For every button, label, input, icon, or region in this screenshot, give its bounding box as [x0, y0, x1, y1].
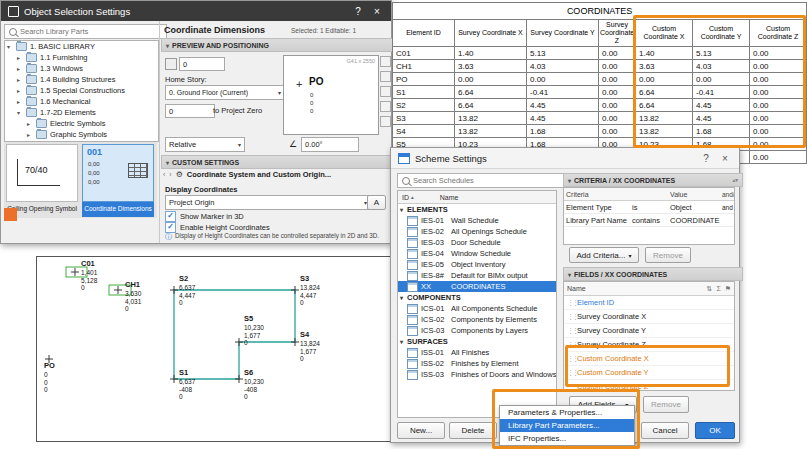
- field-row[interactable]: ⋮⋮ Survey Coordinate Y: [564, 324, 734, 338]
- expander-icon[interactable]: ▾: [17, 109, 23, 116]
- text-style-button[interactable]: A: [367, 195, 386, 210]
- preview-toolbar[interactable]: [380, 56, 391, 131]
- schedule-list-item[interactable]: ICS-01 All Components Schedule: [398, 303, 556, 314]
- close-button[interactable]: ×: [370, 6, 384, 17]
- thumbnail-ceiling-opening-symbol[interactable]: 70/40 Ceiling Opening Symbol: [6, 144, 78, 217]
- schedule-list-item[interactable]: XX COORDINATES: [398, 281, 556, 292]
- schedule-search-input[interactable]: [413, 176, 560, 185]
- remove-criteria-button[interactable]: Remove: [645, 247, 691, 263]
- preview-pane[interactable]: G41 x 2550 + PO 0 0 0: [283, 55, 379, 135]
- library-tree-item[interactable]: ▸ 1.3 Windows: [5, 63, 158, 74]
- expander-icon[interactable]: ▸: [17, 65, 23, 72]
- column-header[interactable]: Survey Coordinate X: [455, 20, 527, 47]
- panel-options-icons[interactable]: ▴▾: [732, 177, 738, 183]
- schedule-list-item[interactable]: IES-05 Object Inventory: [398, 259, 556, 270]
- schedule-list-header[interactable]: ID ▴ Name: [398, 191, 556, 204]
- criteria-row[interactable]: Element Type is Object and: [564, 201, 734, 214]
- menu-item[interactable]: Library Part Parameters...: [500, 419, 634, 432]
- section-fields[interactable]: ▾ FIELDS / XX COORDINATES: [563, 267, 743, 281]
- field-row[interactable]: ⋮⋮ Survey Coordinate X: [564, 310, 734, 324]
- table-row[interactable]: PO0.000.00 0.000.000.00 0.00: [393, 73, 807, 86]
- expander-icon[interactable]: ▸: [27, 120, 33, 127]
- schedule-search[interactable]: [397, 173, 565, 188]
- library-tree-item[interactable]: ▸ Graphic Symbols: [5, 129, 158, 140]
- field-row[interactable]: ⋮⋮ Survey Coordinate Z: [564, 338, 734, 352]
- floor-plan-view[interactable]: C01 1,401 5,128 0 CH1 3,630 4,031 0 S2 6…: [36, 256, 392, 442]
- field-row[interactable]: ⋮⋮ Custom Coordinate X: [564, 352, 734, 366]
- field-row[interactable]: ⋮⋮ Custom Coordinate Y: [564, 366, 734, 380]
- angle-field[interactable]: 0.00°: [301, 137, 359, 152]
- library-search-input[interactable]: [20, 27, 162, 36]
- table-row[interactable]: S413.821.68 0.0013.821.68 0.00: [393, 125, 807, 138]
- show-marker-3d-checkbox[interactable]: ✓ Show Marker in 3D: [165, 211, 244, 222]
- schedule-list-item[interactable]: ▾ COMPONENTS: [398, 292, 556, 303]
- column-header[interactable]: Custom Coordinate Y: [693, 20, 750, 47]
- schedule-list-item[interactable]: ICS-02 Components by Elements: [398, 314, 556, 325]
- home-story-select[interactable]: 0. Ground Floor (Current) ▾: [165, 85, 285, 100]
- preview-tool-icon[interactable]: [380, 116, 391, 127]
- help-button[interactable]: ?: [699, 153, 713, 164]
- cancel-button[interactable]: Cancel: [641, 422, 689, 439]
- delete-button[interactable]: Delete: [449, 422, 497, 439]
- section-criteria[interactable]: ▾ CRITERIA / XX COORDINATES ▴▾: [563, 173, 743, 187]
- drag-handle-icon[interactable]: ⋮⋮: [567, 369, 577, 377]
- expander-icon[interactable]: ▸: [17, 98, 23, 105]
- schedule-list-item[interactable]: ISS-02 Finishes by Element: [398, 358, 556, 369]
- expander-icon[interactable]: ▾: [400, 338, 407, 345]
- expander-icon[interactable]: ▸: [17, 54, 23, 61]
- preview-tool-icon[interactable]: [380, 56, 391, 67]
- to-project-zero-label[interactable]: to Project Zero: [213, 106, 262, 115]
- expander-icon[interactable]: ▾: [7, 43, 13, 50]
- expander-icon[interactable]: ▸: [27, 131, 33, 138]
- library-tree-item[interactable]: ▾ 1.7-2D Elements: [5, 107, 158, 118]
- custom-subsection-row[interactable]: ‹ › ⚙ Coordinate System and Custom Origi…: [163, 170, 331, 179]
- criteria-row[interactable]: Library Part Name contains COORDINATE: [564, 214, 734, 227]
- schedule-list-item[interactable]: IES-02 All Openings Schedule: [398, 226, 556, 237]
- table-row[interactable]: C011.405.13 0.001.405.13 0.00: [393, 47, 807, 60]
- preview-tool-icon[interactable]: [380, 71, 391, 82]
- help-button[interactable]: ?: [351, 6, 365, 17]
- schedule-list-item[interactable]: IES-01 Wall Schedule: [398, 215, 556, 226]
- schedule-list-item[interactable]: ▾ SURFACES: [398, 336, 556, 347]
- table-row[interactable]: CH13.634.03 0.003.634.03 0.00: [393, 60, 807, 73]
- menu-item[interactable]: Parameters & Properties...: [500, 406, 634, 419]
- drag-handle-icon[interactable]: ⋮⋮: [567, 355, 577, 363]
- schedule-list-item[interactable]: ISS-03 Finishes of Doors and Windows: [398, 369, 556, 380]
- relative-select[interactable]: Relative ▾: [165, 137, 245, 152]
- sum-icon[interactable]: Σ: [716, 285, 720, 292]
- expander-icon[interactable]: ▾: [400, 206, 407, 213]
- library-tree-item[interactable]: ▾ 1. BASIC LIBRARY: [5, 41, 158, 52]
- new-button[interactable]: New...: [397, 422, 445, 439]
- display-coordinates-select[interactable]: Project Origin ▾: [165, 195, 371, 210]
- expander-icon[interactable]: ▸: [17, 87, 23, 94]
- library-tree-item[interactable]: ▸ 1.4 Building Structures: [5, 74, 158, 85]
- schedule-list-item[interactable]: ICS-03 Components by Layers: [398, 325, 556, 336]
- library-tree-item[interactable]: ▸ 1.5 Special Constructions: [5, 85, 158, 96]
- scheme-dialog-titlebar[interactable]: Scheme Settings ? ×: [391, 148, 739, 169]
- schedule-list-item[interactable]: IES-8# Default for BIMx output: [398, 270, 556, 281]
- column-header[interactable]: Survey Coordinate Z: [599, 20, 636, 47]
- remove-fields-button[interactable]: Remove: [643, 396, 689, 413]
- section-preview-positioning[interactable]: ▾ PREVIEW AND POSITIONING: [161, 38, 399, 52]
- table-row[interactable]: S16.64-0.41 0.006.64-0.41 0.00: [393, 86, 807, 99]
- library-tree-item[interactable]: ▸ 1.6 Mechanical: [5, 96, 158, 107]
- close-button[interactable]: ×: [718, 153, 732, 164]
- drag-handle-icon[interactable]: ⋮⋮: [567, 327, 577, 335]
- preview-tool-icon[interactable]: [380, 86, 391, 97]
- expander-icon[interactable]: ▾: [400, 294, 407, 301]
- prev-page-icon[interactable]: ‹: [163, 171, 165, 178]
- column-header[interactable]: Custom Coordinate Z: [750, 20, 807, 47]
- expander-icon[interactable]: ▸: [17, 76, 23, 83]
- preview-tool-icon[interactable]: [380, 101, 391, 112]
- library-tree-item[interactable]: ▸ 1.1 Furnishing: [5, 52, 158, 63]
- drag-handle-icon[interactable]: ⋮⋮: [567, 341, 577, 349]
- column-header[interactable]: Element ID: [393, 20, 455, 47]
- elevation-field[interactable]: 0: [165, 104, 215, 118]
- drag-handle-icon[interactable]: ⋮⋮: [567, 313, 577, 321]
- field-row[interactable]: ⋮⋮ Custom Coordinate Z: [564, 380, 734, 391]
- add-criteria-button[interactable]: Add Criteria... ▾: [569, 247, 639, 263]
- field-row[interactable]: ⋮⋮ Element ID: [564, 296, 734, 310]
- object-dialog-titlebar[interactable]: Object Selection Settings ? ×: [1, 1, 391, 21]
- thumbnail-coordinate-dimensions[interactable]: 001 0,00 0,00 0,00 Coordinate Dimensions: [82, 144, 154, 217]
- rotation-field[interactable]: 0: [179, 57, 225, 71]
